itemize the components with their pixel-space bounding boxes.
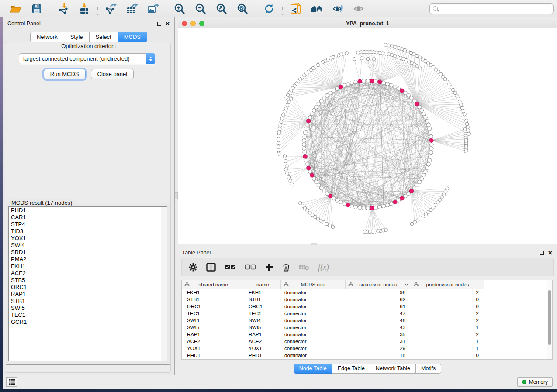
ring-node[interactable] — [302, 139, 306, 143]
cell[interactable]: 1 — [411, 338, 484, 345]
leaf-node[interactable] — [446, 187, 449, 190]
ring-node[interactable] — [354, 205, 358, 209]
leaf-node[interactable] — [384, 228, 388, 232]
table-row[interactable]: ACE2ACE2connector311 — [182, 338, 547, 345]
mcds-dominator-node[interactable] — [358, 79, 362, 83]
ring-node[interactable] — [302, 147, 306, 151]
result-node-car1[interactable]: CAR1 — [9, 214, 167, 221]
network-graph[interactable] — [178, 28, 557, 244]
ring-node[interactable] — [366, 79, 370, 83]
ring-node[interactable] — [429, 147, 433, 151]
result-node-fkh1[interactable]: FKH1 — [9, 263, 167, 270]
ring-node[interactable] — [329, 91, 332, 95]
leaf-node[interactable] — [287, 100, 291, 104]
ring-node[interactable] — [346, 82, 350, 86]
cell[interactable]: 29 — [346, 345, 411, 352]
deselect-all-button[interactable] — [245, 264, 256, 270]
ring-node[interactable] — [303, 134, 307, 138]
result-node-swi5[interactable]: SWI5 — [9, 305, 167, 312]
mcds-dominator-node[interactable] — [307, 166, 311, 170]
cell[interactable]: 96 — [346, 289, 411, 296]
cell[interactable] — [484, 317, 547, 324]
cell[interactable]: 0 — [411, 352, 484, 359]
cell[interactable]: SWI4 — [245, 317, 281, 324]
show-columns-button[interactable] — [206, 263, 216, 272]
ring-node[interactable] — [397, 199, 401, 203]
column-header-shared-name[interactable]: shared name — [182, 280, 245, 289]
cell[interactable]: 31 — [346, 338, 411, 345]
task-history-button[interactable] — [6, 377, 17, 387]
cell[interactable]: dominator — [281, 303, 346, 310]
zoom-out-button[interactable] — [194, 2, 208, 15]
float-panel-icon[interactable] — [157, 22, 161, 26]
cell[interactable]: 2 — [411, 331, 484, 338]
leaf-node[interactable] — [277, 152, 280, 156]
splitter-grip[interactable] — [175, 192, 178, 199]
ring-node[interactable] — [424, 170, 428, 174]
float-panel-icon[interactable] — [540, 251, 544, 255]
cell[interactable]: FKH1 — [245, 289, 281, 296]
refresh-button[interactable] — [262, 2, 276, 15]
cell[interactable]: 62 — [346, 296, 411, 303]
leaf-node[interactable] — [291, 94, 294, 97]
result-node-yox1[interactable]: YOX1 — [9, 235, 167, 242]
import-network-button[interactable] — [56, 2, 70, 15]
leaf-node[interactable] — [279, 124, 282, 127]
leaf-node[interactable] — [285, 165, 289, 168]
ring-node[interactable] — [304, 158, 308, 162]
leaf-node[interactable] — [462, 110, 465, 113]
ring-node[interactable] — [332, 89, 336, 93]
ring-node[interactable] — [374, 206, 378, 210]
leaf-node[interactable] — [360, 57, 363, 60]
result-node-phd1[interactable]: PHD1 — [9, 207, 167, 214]
leaf-node[interactable] — [286, 172, 289, 175]
leaf-node[interactable] — [464, 116, 467, 119]
cell[interactable] — [484, 296, 547, 303]
cell[interactable]: 0 — [411, 303, 484, 310]
leaf-node[interactable] — [283, 110, 286, 113]
ring-node[interactable] — [382, 81, 386, 85]
cell[interactable] — [484, 324, 547, 331]
mcds-dominator-node[interactable] — [307, 119, 311, 123]
cell[interactable] — [484, 345, 547, 352]
cell[interactable]: dominator — [281, 296, 346, 303]
table-row[interactable]: RAP1RAP1dominator352 — [182, 331, 547, 338]
table-settings-button[interactable] — [189, 263, 197, 272]
ring-node[interactable] — [422, 173, 426, 177]
cell[interactable]: 2 — [411, 317, 484, 324]
ring-node[interactable] — [427, 123, 431, 127]
tab-network-table[interactable]: Network Table — [370, 364, 416, 374]
select-all-button[interactable] — [225, 264, 236, 270]
tab-motifs[interactable]: Motifs — [416, 364, 441, 374]
result-node-stp4[interactable]: STP4 — [9, 221, 167, 228]
cell[interactable]: TEC1 — [182, 310, 245, 317]
add-column-button[interactable] — [265, 263, 273, 272]
cell[interactable]: STB1 — [245, 296, 281, 303]
ring-node[interactable] — [430, 143, 434, 147]
cell[interactable]: SWI5 — [182, 324, 245, 331]
ring-node[interactable] — [366, 206, 370, 210]
leaf-node[interactable] — [400, 47, 404, 51]
leaf-node[interactable] — [284, 107, 288, 110]
result-node-rap1[interactable]: RAP1 — [9, 291, 167, 298]
tab-node-table[interactable]: Node Table — [294, 364, 332, 374]
leaf-node[interactable] — [278, 127, 281, 131]
ring-node[interactable] — [315, 105, 318, 109]
result-node-pma2[interactable]: PMA2 — [9, 256, 167, 263]
open-file-button[interactable] — [9, 2, 23, 15]
cell[interactable]: SWI5 — [245, 324, 281, 331]
table-scrollbar-thumb[interactable] — [548, 290, 551, 345]
search-box[interactable] — [429, 3, 554, 14]
mcds-dominator-node[interactable] — [393, 200, 397, 204]
ring-node[interactable] — [428, 158, 432, 162]
result-node-gcr1[interactable]: GCR1 — [9, 319, 167, 326]
cell[interactable]: connector — [281, 310, 346, 317]
leaf-node[interactable] — [277, 145, 280, 148]
ring-node[interactable] — [428, 127, 432, 131]
ring-node[interactable] — [397, 87, 401, 91]
ring-node[interactable] — [389, 202, 393, 206]
horizontal-splitter-grip[interactable] — [311, 243, 317, 245]
mcds-dominator-node[interactable] — [400, 89, 404, 93]
table-row[interactable]: ORC1ORC1dominator610 — [182, 303, 547, 310]
cell[interactable]: 46 — [346, 317, 411, 324]
